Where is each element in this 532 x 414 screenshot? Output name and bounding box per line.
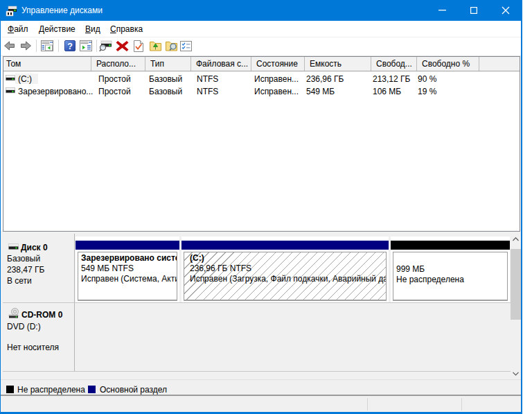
svg-text:?: ? bbox=[67, 42, 73, 51]
